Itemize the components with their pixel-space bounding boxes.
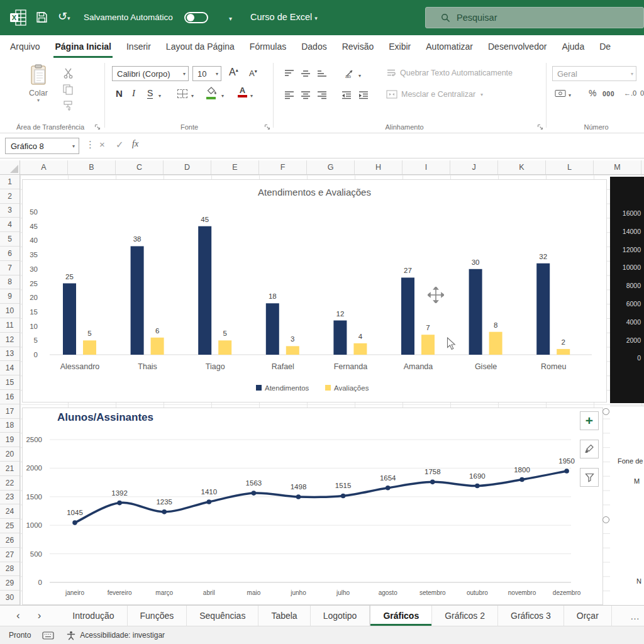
row-header-6[interactable]: 6 xyxy=(0,247,19,261)
ribbon-tab-layout-da-pagina[interactable]: Layout da Página xyxy=(158,35,242,58)
row-header-10[interactable]: 10 xyxy=(0,304,19,318)
row-header-13[interactable]: 13 xyxy=(0,347,19,362)
increase-indent-icon[interactable] xyxy=(358,91,369,99)
column-header-e[interactable]: E xyxy=(211,160,259,174)
bar-chart-atendimentos[interactable]: Atendimentos e Avaliações051015202530354… xyxy=(22,179,607,402)
row-header-12[interactable]: 12 xyxy=(0,333,19,347)
grid-area[interactable]: Atendimentos e Avaliações051015202530354… xyxy=(20,175,644,605)
column-header-g[interactable]: G xyxy=(307,160,355,174)
chart-resize-handle[interactable] xyxy=(602,516,609,523)
sheet-tab-graficos-2[interactable]: Gráficos 2 xyxy=(432,606,498,626)
ribbon-tab-inserir[interactable]: Inserir xyxy=(119,35,158,58)
wrap-text-button[interactable]: Quebrar Texto Automaticamente xyxy=(386,69,513,77)
row-header-17[interactable]: 17 xyxy=(0,404,19,419)
orientation-icon[interactable]: ab xyxy=(345,68,355,79)
accounting-dropdown-icon[interactable]: ▾ xyxy=(569,92,571,98)
row-header-1[interactable]: 1 xyxy=(0,175,19,189)
fill-color-icon[interactable] xyxy=(206,87,218,99)
font-size-select[interactable]: 10▾ xyxy=(192,66,221,81)
row-header-18[interactable]: 18 xyxy=(0,419,19,433)
sheet-tabs-overflow-icon[interactable]: … xyxy=(630,606,640,626)
row-header-14[interactable]: 14 xyxy=(0,361,19,375)
row-header-4[interactable]: 4 xyxy=(0,218,19,232)
align-middle-icon[interactable] xyxy=(301,69,311,78)
row-header-30[interactable]: 30 xyxy=(0,591,19,605)
orientation-dropdown-icon[interactable]: ▾ xyxy=(358,73,361,79)
dialog-launcher-icon[interactable] xyxy=(537,124,543,130)
percent-style-button[interactable]: % xyxy=(589,88,596,98)
ribbon-tab-de[interactable]: De xyxy=(592,35,618,58)
format-painter-icon[interactable] xyxy=(63,101,73,111)
dark-chart-partial[interactable]: 1600014000120001000080006000400020000 xyxy=(610,177,644,403)
sheet-tab-graficos[interactable]: Gráficos xyxy=(370,606,432,626)
cut-icon[interactable] xyxy=(63,68,74,79)
name-box[interactable]: Gráfico 8▾ xyxy=(5,138,79,154)
prev-sheet-icon[interactable]: ‹ xyxy=(16,609,20,622)
copy-icon[interactable] xyxy=(63,84,73,95)
underline-button[interactable]: S xyxy=(147,88,153,99)
sheet-tab-graficos-3[interactable]: Gráficos 3 xyxy=(498,606,564,626)
row-header-29[interactable]: 29 xyxy=(0,576,19,591)
column-header-h[interactable]: H xyxy=(355,160,402,174)
align-top-icon[interactable] xyxy=(284,69,294,78)
merge-center-button[interactable]: Mesclar e Centralizar ▾ xyxy=(386,90,483,99)
side-chart-fragment[interactable]: Fone de M N xyxy=(610,406,644,605)
row-header-16[interactable]: 16 xyxy=(0,390,19,404)
comma-style-button[interactable]: 000 xyxy=(602,90,614,97)
align-left-icon[interactable] xyxy=(284,91,294,99)
row-header-9[interactable]: 9 xyxy=(0,289,19,304)
row-header-5[interactable]: 5 xyxy=(0,232,19,247)
italic-button[interactable]: I xyxy=(132,88,135,99)
sheet-tab-tabela[interactable]: Tabela xyxy=(258,606,310,626)
decrease-decimal-button[interactable]: 00 xyxy=(640,89,644,97)
sheet-tab-introducao[interactable]: Introdução xyxy=(60,606,127,626)
dialog-launcher-icon[interactable] xyxy=(94,124,101,130)
column-header-c[interactable]: C xyxy=(116,160,164,174)
sheet-tab-funcoes[interactable]: Funções xyxy=(128,606,187,626)
row-header-21[interactable]: 21 xyxy=(0,462,19,476)
row-header-20[interactable]: 20 xyxy=(0,447,19,462)
decrease-indent-icon[interactable] xyxy=(341,91,352,99)
paste-button[interactable]: Colar ▾ xyxy=(21,64,55,116)
ribbon-tab-exibir[interactable]: Exibir xyxy=(381,35,418,58)
column-header-f[interactable]: F xyxy=(259,160,307,174)
row-header-26[interactable]: 26 xyxy=(0,533,19,548)
bold-button[interactable]: N xyxy=(116,88,123,99)
dialog-launcher-icon[interactable] xyxy=(264,124,270,130)
chart-filters-button[interactable] xyxy=(580,468,599,487)
underline-dropdown-icon[interactable]: ▾ xyxy=(158,93,161,99)
column-header-j[interactable]: J xyxy=(450,160,498,174)
ribbon-tab-pagina-inicial[interactable]: Página Inicial xyxy=(47,35,118,58)
increase-decimal-button[interactable]: ←.0 xyxy=(624,89,636,97)
ribbon-tab-ajuda[interactable]: Ajuda xyxy=(554,35,592,58)
search-input[interactable]: Pesquisar xyxy=(425,7,644,28)
column-header-i[interactable]: I xyxy=(402,160,450,174)
ribbon-tab-dados[interactable]: Dados xyxy=(294,35,334,58)
increase-font-icon[interactable]: A▴ xyxy=(229,67,238,78)
accessibility-status-label[interactable]: Acessibilidade: investigar xyxy=(80,631,165,640)
number-format-select[interactable]: Geral▾ xyxy=(552,66,636,81)
keyboard-icon[interactable] xyxy=(42,631,54,640)
insert-function-button[interactable]: fx xyxy=(132,139,138,149)
ribbon-tab-automatizar[interactable]: Automatizar xyxy=(418,35,480,58)
save-icon[interactable] xyxy=(36,11,48,23)
enter-icon[interactable]: ✓ xyxy=(116,139,124,150)
borders-dropdown-icon[interactable]: ▾ xyxy=(191,93,194,99)
select-all-corner[interactable] xyxy=(0,160,20,175)
decrease-font-icon[interactable]: A▾ xyxy=(249,69,257,78)
fill-color-dropdown-icon[interactable]: ▾ xyxy=(221,93,224,99)
autosave-toggle[interactable] xyxy=(184,12,208,23)
row-header-11[interactable]: 11 xyxy=(0,318,19,333)
sheet-tab-sequencias[interactable]: Sequências xyxy=(187,606,258,626)
font-color-icon[interactable]: A xyxy=(238,87,247,97)
column-header-b[interactable]: B xyxy=(68,160,116,174)
row-header-25[interactable]: 25 xyxy=(0,519,19,533)
accessibility-icon[interactable] xyxy=(67,631,75,640)
row-header-24[interactable]: 24 xyxy=(0,504,19,519)
row-header-8[interactable]: 8 xyxy=(0,275,19,290)
row-header-7[interactable]: 7 xyxy=(0,261,19,275)
cancel-icon[interactable]: × xyxy=(99,139,105,150)
borders-icon[interactable] xyxy=(177,89,187,98)
column-header-k[interactable]: K xyxy=(498,160,546,174)
chart-elements-button[interactable]: + xyxy=(580,411,599,430)
